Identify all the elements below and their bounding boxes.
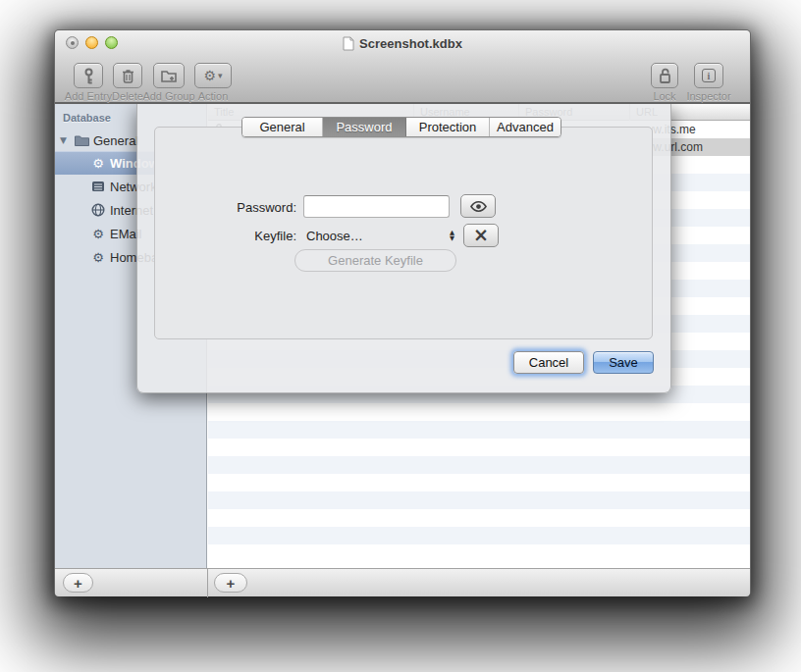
bottom-bar-divider xyxy=(207,569,208,597)
titlebar: Screenshot.kdbx xyxy=(55,33,750,53)
network-icon xyxy=(90,179,106,194)
clear-keyfile-button[interactable]: × xyxy=(463,224,499,247)
add-entry-plus-button[interactable]: + xyxy=(214,573,247,593)
cancel-button[interactable]: Cancel xyxy=(513,351,584,374)
unlock-icon xyxy=(659,68,671,83)
save-button[interactable]: Save xyxy=(593,351,654,374)
tab-protection[interactable]: Protection xyxy=(406,118,490,136)
keyfile-popup-value: Choose… xyxy=(302,229,363,243)
action-button[interactable]: ⚙ ▾ Action xyxy=(184,63,242,102)
entry-edit-sheet: General Password Protection Advanced Pas… xyxy=(136,104,671,393)
content-area: Database ▼ General ⚙ Windows 2 Network xyxy=(55,104,750,568)
gear-icon: ⚙ xyxy=(90,249,106,265)
window-chrome: Screenshot.kdbx Add Entry Delete Add Gro… xyxy=(55,30,750,104)
generate-keyfile-button[interactable]: Generate Keyfile xyxy=(294,249,456,272)
tab-general[interactable]: General xyxy=(242,118,323,136)
chevron-down-icon: ▾ xyxy=(218,71,223,80)
window-title: Screenshot.kdbx xyxy=(359,36,462,51)
sidebar-section-header: Database xyxy=(63,112,111,124)
eye-icon xyxy=(469,200,488,213)
keyfile-popup[interactable]: Choose… ▲ ▼ xyxy=(302,224,457,247)
tab-bar: General Password Protection Advanced xyxy=(241,117,561,137)
bottom-bar: + + xyxy=(55,568,750,596)
add-group-plus-button[interactable]: + xyxy=(63,573,93,593)
info-icon: i xyxy=(702,69,716,82)
globe-icon xyxy=(90,202,106,218)
app-window: Screenshot.kdbx Add Entry Delete Add Gro… xyxy=(54,29,751,596)
plus-icon: + xyxy=(74,575,82,592)
x-icon: × xyxy=(473,224,489,245)
gear-icon: ⚙ xyxy=(203,68,216,83)
folder-icon xyxy=(74,132,89,148)
plus-icon: + xyxy=(227,575,236,592)
folder-plus-icon xyxy=(161,69,177,82)
tab-advanced[interactable]: Advanced xyxy=(490,118,561,136)
disclosure-triangle-icon[interactable]: ▼ xyxy=(60,135,67,145)
key-icon xyxy=(83,68,94,84)
password-input[interactable] xyxy=(303,195,450,218)
gear-icon: ⚙ xyxy=(90,155,106,171)
password-label: Password: xyxy=(196,200,296,215)
inspector-label: Inspector xyxy=(679,90,738,102)
gear-icon: ⚙ xyxy=(90,226,106,241)
stepper-down-icon: ▼ xyxy=(450,235,454,241)
keyfile-label: Keyfile: xyxy=(196,229,296,243)
show-password-button[interactable] xyxy=(460,194,496,218)
sidebar-item-label: General xyxy=(93,133,138,148)
trash-icon xyxy=(122,69,134,83)
action-label: Action xyxy=(184,90,242,102)
inspector-button[interactable]: i Inspector xyxy=(679,63,738,102)
stepper-icon: ▲ ▼ xyxy=(447,226,457,245)
tab-password[interactable]: Password xyxy=(323,118,406,136)
document-icon xyxy=(343,36,354,51)
